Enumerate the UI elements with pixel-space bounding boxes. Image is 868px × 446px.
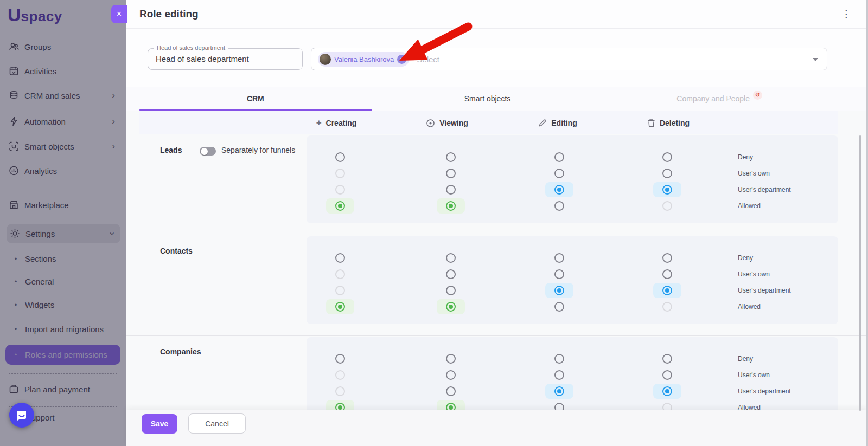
radio-icon [554, 201, 564, 211]
radio-deleting-user-s-own[interactable] [653, 166, 681, 181]
radio-creating-allowed[interactable] [326, 299, 354, 314]
radio-viewing-user-s-own[interactable] [437, 267, 465, 282]
radio-icon [662, 302, 672, 312]
radio-icon [446, 253, 456, 263]
radio-editing-user-s-own[interactable] [545, 267, 573, 282]
toggle-knob [201, 148, 208, 155]
tab-crm[interactable]: CRM [139, 87, 372, 111]
section-contacts: Contacts DenyUser's ownUser's department… [126, 235, 868, 336]
radio-icon [446, 302, 456, 312]
member-chip-name: Valeriia Bashkirova [334, 55, 394, 63]
radio-viewing-user-s-department[interactable] [437, 182, 465, 197]
permission-column-deleting [653, 351, 681, 416]
radio-icon [554, 302, 564, 312]
radio-icon [446, 354, 456, 364]
radio-icon [662, 370, 672, 380]
tab-company-and-people[interactable]: Company and People ↺ [603, 87, 835, 111]
separately-for-funnels-toggle[interactable] [200, 147, 216, 156]
radio-icon [335, 152, 345, 162]
radio-deleting-allowed[interactable] [653, 198, 681, 214]
radio-creating-user-s-own[interactable] [326, 166, 354, 181]
section-title: Contacts [160, 247, 193, 255]
radio-icon [335, 169, 345, 178]
column-label: Creating [326, 119, 357, 127]
radio-editing-user-s-own[interactable] [545, 367, 573, 383]
radio-editing-user-s-own[interactable] [545, 166, 573, 181]
kebab-menu-icon[interactable]: ⋮ [840, 6, 853, 21]
member-chip: Valeriia Bashkirova × [318, 52, 409, 67]
radio-creating-deny[interactable] [326, 150, 354, 165]
option-labels: DenyUser's ownUser's departmentAllowed [738, 150, 791, 215]
radio-viewing-deny[interactable] [437, 150, 465, 165]
radio-viewing-allowed[interactable] [437, 198, 465, 214]
radio-viewing-allowed[interactable] [437, 299, 465, 314]
vertical-scrollbar[interactable] [859, 135, 861, 411]
radio-icon [662, 169, 672, 178]
radio-deleting-user-s-own[interactable] [653, 267, 681, 282]
cancel-button[interactable]: Cancel [188, 413, 246, 434]
caret-down-icon[interactable] [813, 58, 818, 61]
radio-icon [554, 169, 564, 178]
radio-editing-user-s-department[interactable] [545, 384, 573, 399]
members-select[interactable]: Valeriia Bashkirova × Select [311, 48, 827, 70]
radio-viewing-deny[interactable] [437, 250, 465, 266]
radio-creating-user-s-department[interactable] [326, 384, 354, 399]
permission-column-creating [326, 250, 354, 315]
radio-editing-deny[interactable] [545, 351, 573, 366]
option-label: User's own [738, 267, 791, 282]
radio-deleting-deny[interactable] [653, 250, 681, 266]
option-label: Allowed [738, 299, 791, 314]
radio-editing-deny[interactable] [545, 150, 573, 165]
restricted-badge-icon: ↺ [753, 91, 762, 100]
radio-deleting-deny[interactable] [653, 150, 681, 165]
header-divider [126, 28, 868, 29]
radio-deleting-user-s-own[interactable] [653, 367, 681, 383]
radio-editing-allowed[interactable] [545, 299, 573, 314]
column-header-editing: Editing [522, 117, 593, 129]
option-label: Deny [738, 351, 791, 366]
radio-icon [662, 185, 672, 195]
tab-label: Smart objects [464, 94, 511, 103]
radio-icon [446, 201, 456, 211]
radio-icon [446, 169, 456, 178]
option-label: User's own [738, 166, 791, 181]
radio-creating-user-s-own[interactable] [326, 267, 354, 282]
support-chat-button[interactable] [9, 403, 34, 428]
radio-icon [554, 386, 564, 396]
app-root: Uspacy Groups Activities CRM and sales ›… [0, 0, 868, 446]
permission-column-creating [326, 351, 354, 416]
radio-creating-deny[interactable] [326, 351, 354, 366]
radio-editing-allowed[interactable] [545, 198, 573, 214]
option-label: User's department [738, 384, 791, 399]
radio-icon [446, 185, 456, 195]
column-header-deleting: Deleting [633, 117, 704, 129]
column-label: Viewing [439, 119, 468, 127]
save-button[interactable]: Save [142, 414, 177, 434]
radio-editing-user-s-department[interactable] [545, 182, 573, 197]
close-icon[interactable]: × [111, 5, 127, 23]
radio-creating-allowed[interactable] [326, 198, 354, 214]
radio-viewing-deny[interactable] [437, 351, 465, 366]
radio-creating-user-s-department[interactable] [326, 182, 354, 197]
radio-viewing-user-s-department[interactable] [437, 384, 465, 399]
radio-deleting-allowed[interactable] [653, 299, 681, 314]
radio-viewing-user-s-department[interactable] [437, 283, 465, 298]
radio-deleting-user-s-department[interactable] [653, 283, 681, 298]
radio-viewing-user-s-own[interactable] [437, 166, 465, 181]
radio-creating-user-s-department[interactable] [326, 283, 354, 298]
role-name-field[interactable]: Head of sales department Head of sales d… [148, 48, 303, 70]
chip-remove-icon[interactable]: × [397, 55, 406, 64]
column-header-viewing: Viewing [412, 117, 482, 129]
pencil-icon [538, 119, 547, 127]
radio-editing-deny[interactable] [545, 250, 573, 266]
tab-smart-objects[interactable]: Smart objects [372, 87, 604, 111]
radio-creating-deny[interactable] [326, 250, 354, 266]
radio-deleting-user-s-department[interactable] [653, 182, 681, 197]
radio-creating-user-s-own[interactable] [326, 367, 354, 383]
radio-icon [335, 386, 345, 396]
column-header-row [139, 111, 838, 134]
radio-deleting-deny[interactable] [653, 351, 681, 366]
radio-deleting-user-s-department[interactable] [653, 384, 681, 399]
radio-viewing-user-s-own[interactable] [437, 367, 465, 383]
radio-editing-user-s-department[interactable] [545, 283, 573, 298]
